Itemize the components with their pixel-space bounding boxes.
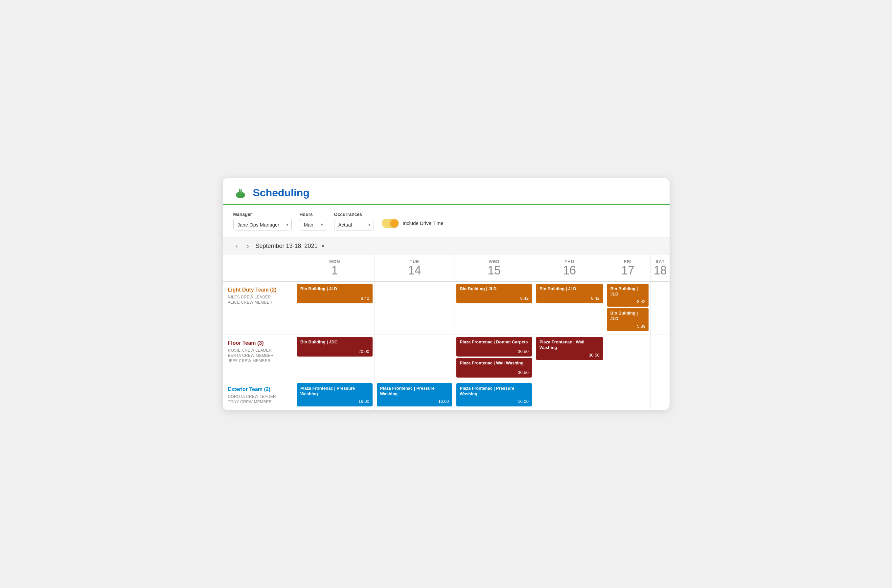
calendar-container: MON 1 TUE 14 WED 15 THU 16 (223, 255, 669, 410)
event-card[interactable]: Bio Building | JLD 8.42 (297, 284, 373, 303)
event-card[interactable]: Bio Building | JLD 8.42 (536, 284, 603, 303)
floor-team-mon: Bio Building | JDC 20.00 (295, 335, 375, 381)
occurrances-select[interactable]: Actual Scheduled (334, 219, 374, 231)
cal-header-mon: MON 1 (295, 255, 375, 281)
event-hours: 30.50 (460, 370, 529, 375)
light-duty-fri: Bio Building | JLD 8.42 Bio Building | J… (605, 281, 651, 335)
event-title: Plaza Frontenac | Wall Washing (540, 339, 600, 351)
manager-label: Manager (233, 212, 292, 217)
event-card[interactable]: Bio Building | JDC 20.00 (297, 337, 373, 357)
event-card[interactable]: Plaza Frontenac | Pressure Washing 16.00 (297, 383, 373, 406)
hours-select[interactable]: Man Auto (299, 219, 326, 231)
event-title: Plaza Frontenac | Pressure Washing (460, 386, 529, 397)
drive-time-toggle[interactable] (382, 219, 399, 228)
floor-team-fri (605, 335, 651, 381)
floor-team-thu: Plaza Frontenac | Wall Washing 30.50 (534, 335, 605, 381)
exterior-team-member-2: TONY CREW MEMBER (228, 399, 290, 404)
event-title: Plaza Frontenac | Wall Washing (460, 360, 529, 366)
event-card[interactable]: Plaza Frontenac | Wall Washing 30.50 (456, 358, 532, 378)
event-hours: 5.89 (611, 324, 645, 328)
floor-team-member-3: JEFF CREW MEMBER (228, 358, 290, 363)
event-hours: 8.42 (300, 296, 369, 301)
event-card[interactable]: Plaza Frontenac | Bonnet Carpets 30.50 (456, 337, 532, 357)
light-duty-thu: Bio Building | JLD 8.42 (534, 281, 605, 335)
hours-select-wrapper: Man Auto ▾ (299, 219, 326, 231)
day-name-thu: THU (537, 259, 602, 264)
event-hours: 30.50 (540, 352, 600, 357)
floor-team-name: Floor Team (3) (228, 340, 290, 346)
table-row: Floor Team (3) ROSIE CREW LEADER BERTA C… (223, 335, 669, 381)
cal-header-fri: FRI 17 (605, 255, 651, 281)
hours-label: Hours (299, 212, 326, 217)
day-num-wed: 15 (457, 264, 531, 277)
date-nav: ‹ › September 13-18, 2021 ▾ (223, 237, 669, 255)
table-row: Light Duty Team (2) NILES CREW LEADER AL… (223, 281, 669, 335)
cal-header-sat: SAT 18 (651, 255, 669, 281)
light-duty-mon: Bio Building | JLD 8.42 (295, 281, 375, 335)
calendar-table: MON 1 TUE 14 WED 15 THU 16 (223, 255, 669, 410)
event-hours: 8.42 (540, 296, 600, 301)
floor-team-wed: Plaza Frontenac | Bonnet Carpets 30.50 P… (454, 335, 534, 381)
exterior-team-member-1: DOROTA CREW LEADER (228, 394, 290, 399)
event-title: Plaza Frontenac | Pressure Washing (380, 386, 449, 397)
occurrances-label: Occurrances (334, 212, 374, 217)
light-duty-tue (375, 281, 454, 335)
event-hours: 8.42 (460, 296, 529, 301)
event-title: Bio Building | JLD (611, 286, 645, 297)
cal-header-wed: WED 15 (454, 255, 534, 281)
app-container: Scheduling Manager Jane Ops Manager All … (223, 178, 669, 410)
event-hours: 16.00 (380, 399, 449, 404)
event-card[interactable]: Bio Building | JLD 8.42 (607, 284, 649, 307)
event-card[interactable]: Bio Building | JLD 5.89 (607, 308, 649, 331)
header: Scheduling (223, 178, 669, 205)
cal-header-tue: TUE 14 (375, 255, 454, 281)
event-title: Bio Building | JDC (300, 339, 369, 345)
next-week-button[interactable]: › (244, 241, 252, 251)
light-duty-member-2: ALICE CREW MEMBER (228, 300, 290, 304)
exterior-team-fri (605, 381, 651, 410)
prev-week-button[interactable]: ‹ (233, 241, 241, 251)
floor-team-member-2: BERTA CREW MEMBER (228, 353, 290, 358)
event-hours: 16.00 (300, 399, 369, 404)
day-num-tue: 14 (378, 264, 452, 277)
exterior-team-name: Exterior Team (2) (228, 386, 290, 392)
date-range: September 13-18, 2021 (256, 243, 318, 249)
day-num-fri: 17 (608, 264, 648, 277)
day-name-fri: FRI (608, 259, 648, 264)
event-title: Bio Building | JLD (611, 310, 645, 322)
event-title: Plaza Frontenac | Pressure Washing (300, 386, 369, 397)
floor-team-member-1: ROSIE CREW LEADER (228, 348, 290, 352)
exterior-team-tue: Plaza Frontenac | Pressure Washing 16.00 (375, 381, 454, 410)
floor-team-sat (651, 335, 669, 381)
manager-select[interactable]: Jane Ops Manager All Managers (233, 219, 292, 231)
event-hours: 20.00 (300, 349, 369, 354)
cal-header-thu: THU 16 (534, 255, 605, 281)
exterior-team-label: Exterior Team (2) DOROTA CREW LEADER TON… (223, 381, 295, 410)
drive-time-toggle-group: Include Drive Time (382, 219, 444, 231)
drive-time-label: Include Drive Time (403, 220, 444, 226)
day-num-mon: 1 (298, 264, 372, 277)
day-name-mon: MON (298, 259, 372, 264)
event-card[interactable]: Plaza Frontenac | Wall Washing 30.50 (536, 337, 603, 360)
date-dropdown-button[interactable]: ▾ (322, 243, 324, 249)
event-card[interactable]: Plaza Frontenac | Pressure Washing 16.00 (456, 383, 532, 406)
occurrances-group: Occurrances Actual Scheduled ▾ (334, 212, 374, 231)
exterior-team-sat (651, 381, 669, 410)
light-duty-sat (651, 281, 669, 335)
toolbar: Manager Jane Ops Manager All Managers ▾ … (223, 205, 669, 237)
event-hours: 30.50 (460, 349, 529, 354)
exterior-team-wed: Plaza Frontenac | Pressure Washing 16.00 (454, 381, 534, 410)
manager-group: Manager Jane Ops Manager All Managers ▾ (233, 212, 292, 231)
event-card[interactable]: Plaza Frontenac | Pressure Washing 16.00 (377, 383, 453, 406)
exterior-team-thu (534, 381, 605, 410)
hours-group: Hours Man Auto ▾ (299, 212, 326, 231)
event-title: Plaza Frontenac | Bonnet Carpets (460, 339, 529, 345)
day-name-sat: SAT (653, 259, 666, 264)
toggle-knob (390, 219, 398, 227)
event-title: Bio Building | JLD (460, 286, 529, 292)
event-card[interactable]: Bio Building | JLD 8.42 (456, 284, 532, 303)
floor-team-tue (375, 335, 454, 381)
day-name-wed: WED (457, 259, 531, 264)
light-duty-wed: Bio Building | JLD 8.42 (454, 281, 534, 335)
event-title: Bio Building | JLD (300, 286, 369, 292)
